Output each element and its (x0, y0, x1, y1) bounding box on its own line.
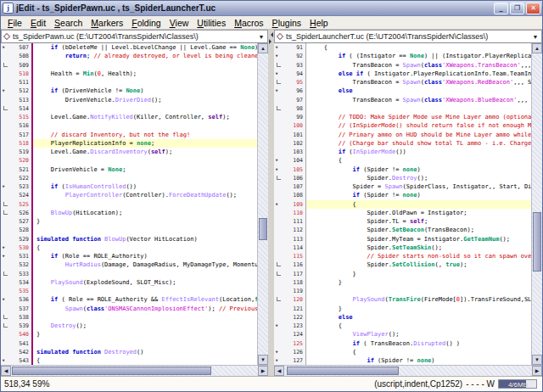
code-text[interactable]: PlayerReplicationInfo = none; (33, 139, 257, 148)
code-text[interactable]: ViewPlayer(); (306, 330, 531, 339)
gutter[interactable]: 507 (1, 43, 33, 52)
gutter[interactable]: 113 (274, 235, 306, 244)
buffer-switcher-left[interactable]: ts_SpiderPawn.uc (E:\UT2004\TransSpiderN… (1, 30, 268, 43)
gutter[interactable]: 126 (274, 348, 306, 356)
code-text[interactable]: Spider.TL = self; (306, 217, 531, 226)
gutter[interactable]: 110 (274, 209, 306, 217)
gutter[interactable]: 118 (274, 278, 306, 287)
fold-handle-icon[interactable] (274, 356, 283, 365)
code-text[interactable]: } (33, 330, 257, 339)
gutter[interactable]: 122 (274, 313, 306, 322)
restore-button[interactable]: ❐ (510, 3, 524, 14)
gutter[interactable]: 528 (1, 226, 33, 234)
code-text[interactable]: Destroy(); (33, 322, 257, 330)
code-text[interactable] (33, 156, 257, 165)
gutter[interactable]: 94 (274, 70, 306, 78)
code-text[interactable]: Spider.SetTeamSkin(); (306, 244, 531, 252)
code-text[interactable]: { (306, 322, 531, 330)
scroll-left-icon[interactable]: ◀ (1, 366, 11, 376)
code-text[interactable]: if (Spider != none) (306, 165, 531, 174)
gutter[interactable]: 527 (1, 217, 33, 226)
gutter[interactable]: 91 (274, 43, 306, 52)
gutter[interactable]: 540 (1, 330, 33, 339)
fold-handle-icon[interactable] (1, 252, 9, 260)
code-text[interactable] (33, 104, 257, 113)
code-text[interactable]: TransBeacon = Spawn(class'XWeapons.RedBe… (306, 78, 531, 87)
code-text[interactable]: simulated function BlowUp(Vector HitLoca… (33, 235, 257, 244)
code-text[interactable] (306, 104, 531, 113)
code-text[interactable]: else (306, 313, 531, 322)
gutter[interactable]: 532 (1, 260, 33, 269)
code-text[interactable]: Spider.MyTeam = Instigator.GetTeamNum(); (306, 235, 531, 244)
vertical-scrollbar[interactable]: ▲ ▼ (257, 43, 268, 365)
gutter[interactable]: 518 (1, 139, 33, 148)
chevron-down-icon[interactable]: ▼ (529, 34, 541, 40)
scrollbar-thumb[interactable] (259, 218, 267, 240)
gutter[interactable]: 510 (1, 70, 33, 78)
code-text[interactable]: } (33, 217, 257, 226)
gutter[interactable]: 537 (1, 305, 33, 313)
code-area[interactable]: 91 {92 if ( (Instigator == None) || (Ins… (274, 43, 531, 365)
code-text[interactable]: simulated function Destroyed() (33, 348, 257, 356)
gutter[interactable]: 542 (1, 348, 33, 356)
gutter[interactable]: 92 (274, 52, 306, 60)
code-text[interactable] (33, 313, 257, 322)
menu-search[interactable]: Search (50, 17, 87, 29)
code-text[interactable]: return; // already destroyed, or level i… (33, 52, 257, 60)
code-text[interactable]: Spider.OldPawn = Instigator; (306, 209, 531, 217)
code-text[interactable]: // Spider starts non-solid so it can spa… (306, 252, 531, 260)
code-text[interactable]: else (306, 87, 531, 95)
gutter[interactable]: 515 (1, 113, 33, 121)
code-text[interactable]: Level.Game.NotifyKilled(Killer, Controll… (33, 113, 257, 121)
gutter[interactable]: 521 (1, 165, 33, 174)
gutter[interactable]: 114 (274, 244, 306, 252)
gutter[interactable]: 535 (1, 287, 33, 295)
code-text[interactable] (33, 287, 257, 295)
fold-handle-icon[interactable] (1, 87, 9, 95)
code-text[interactable]: if (InSpiderMode()) (306, 148, 531, 156)
gutter[interactable]: 107 (274, 182, 306, 191)
code-text[interactable]: { (33, 244, 257, 252)
gutter[interactable]: 104 (274, 156, 306, 165)
fold-handle-icon[interactable] (274, 43, 283, 52)
code-text[interactable]: } (306, 278, 531, 287)
gutter[interactable]: 522 (1, 174, 33, 182)
code-text[interactable]: Level.Game.DiscardInventory(self); (33, 148, 257, 156)
scroll-down-icon[interactable]: ▼ (532, 355, 542, 365)
gutter[interactable]: 124 (274, 330, 306, 339)
menu-macros[interactable]: Macros (230, 17, 267, 29)
gutter[interactable]: 509 (1, 61, 33, 70)
fold-handle-icon[interactable] (1, 43, 9, 52)
gutter[interactable]: 508 (1, 52, 33, 60)
fold-handle-icon[interactable] (274, 322, 283, 330)
horizontal-scrollbar[interactable]: ◀ ▶ (1, 365, 268, 376)
gutter[interactable]: 520 (1, 156, 33, 165)
code-text[interactable]: PlaySound(ExplodeSound, SLOT_Misc); (33, 278, 257, 287)
minimize-button[interactable]: _ (494, 3, 508, 14)
gutter[interactable]: 541 (1, 339, 33, 348)
gutter[interactable]: 529 (1, 235, 33, 244)
gutter[interactable]: 111 (274, 217, 306, 226)
code-text[interactable]: PlaySound(TransFire(FireMode[0]).TransFi… (306, 295, 531, 304)
code-text[interactable] (306, 287, 531, 295)
code-text[interactable]: // Primary ammo on HUD should be Mine La… (306, 131, 531, 139)
gutter[interactable]: 538 (1, 313, 33, 322)
gutter[interactable]: 112 (274, 226, 306, 234)
code-text[interactable]: TransBeacon = Spawn(class'XWeapons.BlueB… (306, 96, 531, 104)
menu-markers[interactable]: Markers (87, 17, 127, 29)
code-text[interactable] (33, 61, 257, 70)
code-text[interactable]: { (306, 200, 531, 209)
gutter[interactable]: 96 (274, 87, 306, 95)
gutter[interactable]: 517 (1, 131, 33, 139)
gutter[interactable]: 539 (1, 322, 33, 330)
gutter[interactable]: 117 (274, 270, 306, 278)
gutter[interactable]: 524 (1, 191, 33, 199)
code-text[interactable] (33, 270, 257, 278)
gutter[interactable]: 513 (1, 96, 33, 104)
code-text[interactable]: if (Spider != none) (306, 356, 531, 365)
gutter[interactable]: 533 (1, 270, 33, 278)
chevron-down-icon[interactable]: ▼ (255, 34, 267, 40)
scroll-right-icon[interactable]: ▶ (532, 366, 542, 376)
code-text[interactable] (33, 226, 257, 234)
code-text[interactable]: Health = Min(0, Health); (33, 70, 257, 78)
